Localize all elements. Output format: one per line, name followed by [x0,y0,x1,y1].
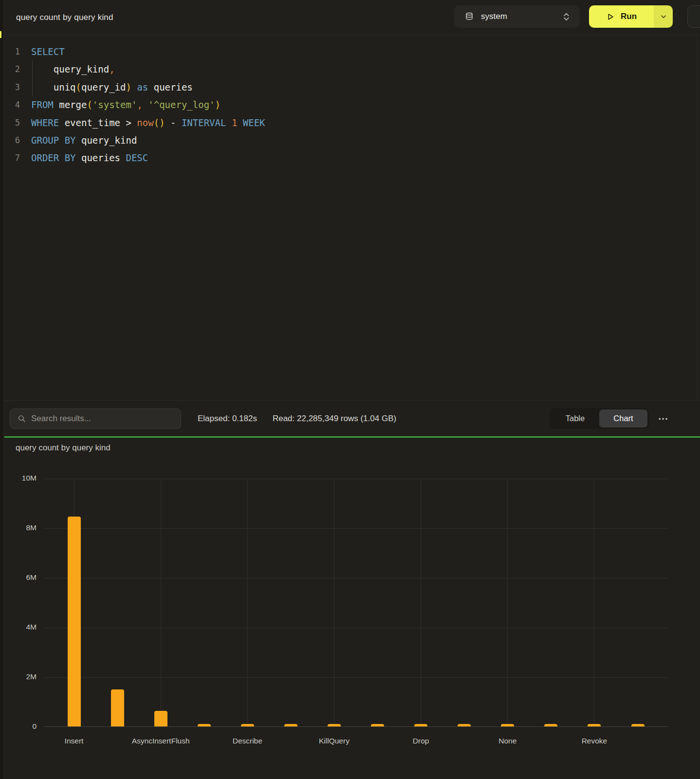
y-axis-tick-0: 0 [4,722,37,731]
database-selector-value: system [481,12,555,21]
bar-unlabeled-3[interactable] [198,724,211,726]
chart-panel: query count by query kind 02M4M6M8M10MIn… [4,438,700,779]
code-line-2: 2 query_kind, [4,60,700,78]
results-toolbar: Elapsed: 0.182s Read: 22,285,349 rows (1… [4,400,700,436]
search-results-input[interactable] [31,414,175,424]
code-line-5: 5WHERE event_time > now() - INTERVAL 1 W… [4,114,700,131]
top-toolbar: query count by query kind system [4,0,700,35]
run-button-label: Run [621,12,637,21]
toolbar-actions: system Run [454,5,673,28]
gridline-y-2M [44,677,668,678]
bar-None[interactable] [501,724,514,726]
gridline-y-4M [44,628,668,628]
x-axis-tick-Insert: Insert [33,737,115,745]
bar-Describe[interactable] [241,724,254,726]
left-accent-mark [0,31,1,38]
code-line-6: 6GROUP BY query_kind [4,131,700,149]
bar-unlabeled-1[interactable] [111,689,124,727]
format-query-button[interactable] [687,5,700,28]
sql-editor[interactable]: 1SELECT2 query_kind,3 uniq(query_id) as … [4,36,700,400]
bar-Insert[interactable] [68,517,81,726]
gridline-x-AsyncInsertFlush [161,479,161,726]
x-axis-tick-None: None [466,737,549,745]
chart-title: query count by query kind [16,443,111,453]
run-options-button[interactable] [654,5,673,28]
left-panel-edge [0,0,4,779]
chart-view-button[interactable]: Chart [599,409,647,427]
bar-unlabeled-9[interactable] [458,724,471,726]
gridline-y-8M [44,528,668,529]
editor-scroll-track[interactable] [697,36,698,400]
table-view-button[interactable]: Table [551,409,599,427]
line-number: 4 [4,96,20,113]
code-text: FROM merge('system', '^query_log') [31,96,221,113]
query-console: query count by query kind system [0,0,700,779]
elapsed-stat: Elapsed: 0.182s [198,414,257,424]
code-text: uniq(query_id) as queries [31,78,193,96]
code-text: GROUP BY query_kind [31,131,137,149]
chart-plot [44,479,668,727]
y-axis-tick-4M: 4M [4,623,37,631]
play-icon [606,13,614,21]
code-text: query_kind, [31,60,115,78]
code-text: WHERE event_time > now() - INTERVAL 1 WE… [31,114,265,131]
bar-Drop[interactable] [414,724,427,726]
bar-Revoke[interactable] [588,724,601,726]
code-line-7: 7ORDER BY queries DESC [4,149,700,167]
bar-unlabeled-13[interactable] [631,724,645,726]
unfold-icon [563,12,570,21]
x-axis-tick-Describe: Describe [206,737,289,745]
indent-guide [32,60,33,96]
line-number: 3 [4,78,20,96]
x-axis-tick-Revoke: Revoke [553,737,636,745]
gridline-y-10M [44,479,668,479]
more-options-button[interactable]: ⋯ [654,408,673,429]
chevron-down-icon [660,13,667,20]
bar-unlabeled-7[interactable] [371,724,384,726]
x-axis-tick-AsyncInsertFlush: AsyncInsertFlush [119,737,202,745]
bar-unlabeled-5[interactable] [284,724,297,726]
gridline-x-None [507,479,508,726]
x-axis-tick-KillQuery: KillQuery [293,737,375,745]
database-selector[interactable]: system [454,5,580,28]
gridline-x-Drop [421,479,421,726]
bar-KillQuery[interactable] [328,724,341,726]
gridline-y-6M [44,578,668,578]
gridline-x-KillQuery [334,479,334,726]
x-axis-tick-Drop: Drop [380,737,462,745]
line-number: 6 [4,131,20,149]
y-axis-tick-8M: 8M [4,523,37,532]
line-number: 2 [4,60,20,78]
bar-AsyncInsertFlush[interactable] [154,711,167,726]
code-text: ORDER BY queries DESC [31,149,148,167]
gridline-x-Describe [247,479,248,726]
view-toggle: Table Chart [550,408,649,429]
read-stat: Read: 22,285,349 rows (1.04 GB) [273,414,396,424]
bar-unlabeled-11[interactable] [544,724,557,726]
y-axis-tick-2M: 2M [4,672,37,681]
code-line-3: 3 uniq(query_id) as queries [4,78,700,96]
line-number: 5 [4,114,20,131]
code-text: SELECT [31,43,65,60]
query-title: query count by query kind [16,13,113,22]
query-stats: Elapsed: 0.182s Read: 22,285,349 rows (1… [198,414,396,424]
database-icon [465,12,474,21]
line-number: 1 [4,43,20,60]
run-split-button: Run [589,5,673,28]
gridline-x-Revoke [594,479,594,726]
y-axis-tick-10M: 10M [4,474,37,482]
line-number: 7 [4,149,20,167]
run-button[interactable]: Run [589,5,654,28]
code-line-4: 4FROM merge('system', '^query_log') [4,96,700,113]
search-icon [18,414,26,423]
code-line-1: 1SELECT [4,43,700,60]
code-lines: 1SELECT2 query_kind,3 uniq(query_id) as … [4,43,700,167]
y-axis-tick-6M: 6M [4,573,37,582]
search-results-box [10,408,181,429]
